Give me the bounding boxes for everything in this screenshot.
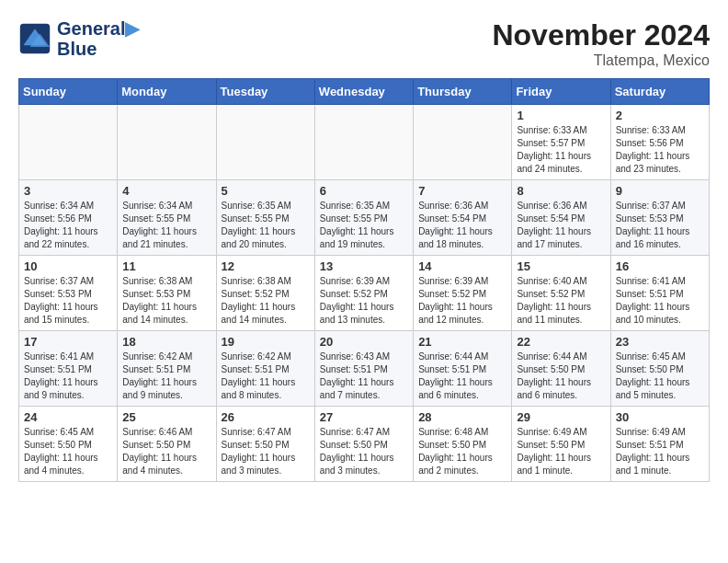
day-info: Sunrise: 6:39 AM Sunset: 5:52 PM Dayligh… [418,275,506,327]
day-info: Sunrise: 6:45 AM Sunset: 5:50 PM Dayligh… [616,350,704,402]
day-number: 3 [24,184,112,198]
calendar-cell: 19Sunrise: 6:42 AM Sunset: 5:51 PM Dayli… [216,331,314,407]
day-info: Sunrise: 6:44 AM Sunset: 5:50 PM Dayligh… [517,350,605,402]
calendar-cell [118,105,216,180]
day-info: Sunrise: 6:44 AM Sunset: 5:51 PM Dayligh… [418,350,506,402]
day-info: Sunrise: 6:41 AM Sunset: 5:51 PM Dayligh… [616,275,704,327]
calendar-cell: 5Sunrise: 6:35 AM Sunset: 5:55 PM Daylig… [216,180,314,256]
day-number: 15 [517,259,605,273]
weekday-header-wednesday: Wednesday [314,79,413,105]
day-info: Sunrise: 6:37 AM Sunset: 5:53 PM Dayligh… [24,275,112,327]
day-number: 27 [320,410,408,424]
day-info: Sunrise: 6:42 AM Sunset: 5:51 PM Dayligh… [122,350,210,402]
logo-icon [18,22,51,55]
calendar-cell [19,105,118,180]
day-number: 2 [616,109,704,122]
day-info: Sunrise: 6:39 AM Sunset: 5:52 PM Dayligh… [320,275,408,327]
calendar-cell: 17Sunrise: 6:41 AM Sunset: 5:51 PM Dayli… [19,331,118,407]
calendar-cell: 28Sunrise: 6:48 AM Sunset: 5:50 PM Dayli… [414,407,512,482]
location: Tlatempa, Mexico [492,52,710,69]
day-number: 30 [616,410,704,424]
calendar-cell [216,105,314,180]
calendar-cell: 14Sunrise: 6:39 AM Sunset: 5:52 PM Dayli… [414,256,512,331]
calendar-cell: 15Sunrise: 6:40 AM Sunset: 5:52 PM Dayli… [512,256,610,331]
day-number: 19 [222,335,310,349]
day-info: Sunrise: 6:35 AM Sunset: 5:55 PM Dayligh… [320,200,408,251]
day-info: Sunrise: 6:33 AM Sunset: 5:57 PM Dayligh… [517,124,605,176]
calendar-cell: 1Sunrise: 6:33 AM Sunset: 5:57 PM Daylig… [512,105,610,180]
day-number: 22 [517,335,605,349]
calendar-cell: 9Sunrise: 6:37 AM Sunset: 5:53 PM Daylig… [610,180,709,256]
day-info: Sunrise: 6:41 AM Sunset: 5:51 PM Dayligh… [24,350,112,402]
calendar-week-5: 24Sunrise: 6:45 AM Sunset: 5:50 PM Dayli… [19,407,710,482]
day-number: 29 [517,410,605,424]
day-info: Sunrise: 6:47 AM Sunset: 5:50 PM Dayligh… [222,426,310,477]
calendar-cell: 10Sunrise: 6:37 AM Sunset: 5:53 PM Dayli… [19,256,118,331]
day-info: Sunrise: 6:36 AM Sunset: 5:54 PM Dayligh… [517,200,605,251]
day-number: 9 [616,184,704,198]
day-info: Sunrise: 6:49 AM Sunset: 5:50 PM Dayligh… [517,426,605,477]
day-number: 16 [616,259,704,273]
calendar-cell: 18Sunrise: 6:42 AM Sunset: 5:51 PM Dayli… [118,331,216,407]
logo-text: General▶ Blue [57,18,139,59]
day-number: 7 [418,184,506,198]
weekday-header-monday: Monday [118,79,216,105]
day-info: Sunrise: 6:38 AM Sunset: 5:52 PM Dayligh… [222,275,310,327]
day-info: Sunrise: 6:33 AM Sunset: 5:56 PM Dayligh… [616,124,704,176]
day-number: 26 [222,410,310,424]
calendar-cell: 26Sunrise: 6:47 AM Sunset: 5:50 PM Dayli… [216,407,314,482]
day-number: 18 [122,335,210,349]
day-info: Sunrise: 6:45 AM Sunset: 5:50 PM Dayligh… [24,426,112,477]
day-number: 6 [320,184,408,198]
day-info: Sunrise: 6:43 AM Sunset: 5:51 PM Dayligh… [320,350,408,402]
page-header: General▶ Blue November 2024 Tlatempa, Me… [18,18,710,69]
weekday-header-sunday: Sunday [19,79,118,105]
calendar-cell: 3Sunrise: 6:34 AM Sunset: 5:56 PM Daylig… [19,180,118,256]
calendar-cell: 24Sunrise: 6:45 AM Sunset: 5:50 PM Dayli… [19,407,118,482]
calendar-cell: 30Sunrise: 6:49 AM Sunset: 5:51 PM Dayli… [610,407,709,482]
calendar-cell: 13Sunrise: 6:39 AM Sunset: 5:52 PM Dayli… [314,256,413,331]
calendar-week-4: 17Sunrise: 6:41 AM Sunset: 5:51 PM Dayli… [19,331,710,407]
day-number: 23 [616,335,704,349]
day-info: Sunrise: 6:34 AM Sunset: 5:55 PM Dayligh… [122,200,210,251]
day-info: Sunrise: 6:46 AM Sunset: 5:50 PM Dayligh… [122,426,210,477]
day-info: Sunrise: 6:48 AM Sunset: 5:50 PM Dayligh… [418,426,506,477]
weekday-header-saturday: Saturday [610,79,709,105]
calendar-cell [314,105,413,180]
day-info: Sunrise: 6:37 AM Sunset: 5:53 PM Dayligh… [616,200,704,251]
weekday-header-thursday: Thursday [414,79,512,105]
calendar-cell [414,105,512,180]
weekday-header-friday: Friday [512,79,610,105]
month-title: November 2024 [492,18,710,52]
calendar-cell: 7Sunrise: 6:36 AM Sunset: 5:54 PM Daylig… [414,180,512,256]
day-number: 4 [122,184,210,198]
day-info: Sunrise: 6:34 AM Sunset: 5:56 PM Dayligh… [24,200,112,251]
calendar-cell: 22Sunrise: 6:44 AM Sunset: 5:50 PM Dayli… [512,331,610,407]
day-number: 5 [222,184,310,198]
calendar-cell: 29Sunrise: 6:49 AM Sunset: 5:50 PM Dayli… [512,407,610,482]
day-number: 12 [222,259,310,273]
calendar-week-3: 10Sunrise: 6:37 AM Sunset: 5:53 PM Dayli… [19,256,710,331]
day-number: 20 [320,335,408,349]
day-number: 13 [320,259,408,273]
day-info: Sunrise: 6:40 AM Sunset: 5:52 PM Dayligh… [517,275,605,327]
day-number: 25 [122,410,210,424]
day-info: Sunrise: 6:49 AM Sunset: 5:51 PM Dayligh… [616,426,704,477]
calendar-cell: 11Sunrise: 6:38 AM Sunset: 5:53 PM Dayli… [118,256,216,331]
day-number: 17 [24,335,112,349]
title-block: November 2024 Tlatempa, Mexico [492,18,710,69]
day-number: 1 [517,109,605,122]
day-number: 8 [517,184,605,198]
day-number: 21 [418,335,506,349]
day-number: 11 [122,259,210,273]
calendar-cell: 20Sunrise: 6:43 AM Sunset: 5:51 PM Dayli… [314,331,413,407]
weekday-header-tuesday: Tuesday [216,79,314,105]
day-info: Sunrise: 6:47 AM Sunset: 5:50 PM Dayligh… [320,426,408,477]
day-info: Sunrise: 6:42 AM Sunset: 5:51 PM Dayligh… [222,350,310,402]
calendar-cell: 27Sunrise: 6:47 AM Sunset: 5:50 PM Dayli… [314,407,413,482]
calendar-cell: 8Sunrise: 6:36 AM Sunset: 5:54 PM Daylig… [512,180,610,256]
day-info: Sunrise: 6:35 AM Sunset: 5:55 PM Dayligh… [222,200,310,251]
calendar-cell: 23Sunrise: 6:45 AM Sunset: 5:50 PM Dayli… [610,331,709,407]
day-number: 14 [418,259,506,273]
calendar-cell: 12Sunrise: 6:38 AM Sunset: 5:52 PM Dayli… [216,256,314,331]
